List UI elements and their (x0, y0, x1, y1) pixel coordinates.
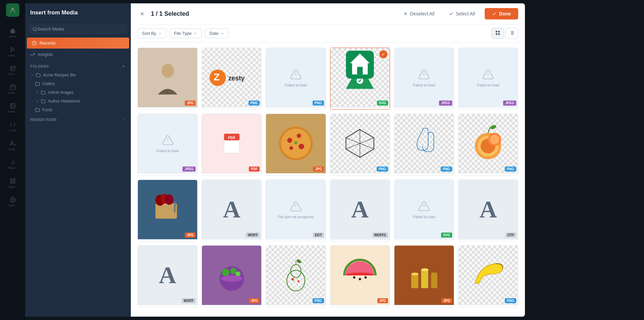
media-item[interactable]: A WOFF fontawesome-webfont.woff (202, 180, 262, 242)
media-filename: banana.png (459, 305, 518, 307)
svg-line-69 (346, 143, 360, 149)
media-thumbnail: Failed to load SVG (394, 180, 454, 239)
file-type-button[interactable]: File Type (170, 28, 202, 38)
warning-icon (418, 68, 430, 80)
svg-point-59 (297, 134, 301, 138)
folder-acme-recipes-bin[interactable]: Acme Recipes Bin (25, 71, 131, 79)
svg-line-67 (346, 138, 360, 144)
media-item[interactable]: ✓ SVG Green-Symbol-Logo.Hk7A0L_Ns.svg (330, 48, 390, 110)
gem-icon (343, 127, 377, 160)
list-view-button[interactable] (505, 28, 518, 39)
svg-point-90 (235, 271, 240, 276)
list-icon (509, 30, 515, 36)
fail-icon: Failed to load (477, 68, 499, 87)
date-button[interactable]: Date (205, 28, 228, 38)
modal-panel-title: Insert from Media (25, 3, 131, 20)
folder-icon (41, 99, 46, 104)
deselect-all-button[interactable]: Deselect All (398, 9, 439, 19)
media-badge: PDF (249, 167, 260, 172)
media-item[interactable]: File type not recognized EOT fontawesome… (266, 180, 326, 242)
svg-rect-82 (174, 202, 176, 212)
media-item[interactable]: A OTF FontAwesome.otf (458, 180, 518, 242)
svg-point-91 (221, 275, 243, 281)
media-item[interactable]: PNG banana.png (458, 245, 518, 307)
media-badge: SVG (377, 101, 388, 106)
media-badge: JPG (249, 298, 260, 303)
grapefruit-icon (470, 125, 506, 162)
media-item[interactable]: PNG drops.png (394, 114, 454, 176)
media-item[interactable]: PNG grapefruit.png (458, 114, 518, 176)
media-badge: JPG (185, 101, 196, 106)
warning-icon (162, 134, 174, 146)
media-item[interactable]: Failed to load PNG image_test.png (266, 48, 326, 110)
media-item[interactable]: JPG pizza.jpg (266, 114, 326, 176)
svg-point-92 (287, 270, 305, 291)
hidden-items-section[interactable]: HIDDEN ITEMS (25, 114, 131, 125)
media-item[interactable]: PNG Asset-1.png (330, 114, 390, 176)
media-grid: JPG person.jpg Z zesty PNG zesty-io-logo… (131, 43, 525, 312)
warning-icon (290, 68, 302, 80)
svg-text:zesty: zesty (228, 74, 245, 82)
media-filename: Green-Symbol-Logo.Hk7A0L_Ns.svg (330, 107, 390, 110)
media-item[interactable]: A WOFF2 fontawesome-webfont.woff2 (330, 180, 390, 242)
sort-by-button[interactable]: Sort By (138, 28, 166, 38)
media-badge: PNG (313, 101, 324, 106)
media-item[interactable]: Failed to load JPEG CJ.jpeg (394, 48, 454, 110)
pdf-file-icon: PDF (223, 133, 240, 154)
fail-icon: Failed to load (413, 68, 435, 87)
folder-gallery[interactable]: Gallery (25, 79, 131, 88)
media-filename: fontawesome-webfont.woff (202, 239, 261, 242)
media-item[interactable]: JPG chopping-board.jpg (138, 180, 198, 242)
nav-recents[interactable]: Recents (27, 38, 129, 49)
svg-point-104 (411, 272, 419, 275)
svg-rect-103 (431, 272, 437, 288)
media-toolbar: Sort By File Type Date (131, 24, 525, 43)
media-item[interactable]: JPG person.jpg (138, 48, 198, 110)
nav-insights[interactable]: Insights (25, 49, 131, 60)
folder-expand-icon (35, 99, 39, 103)
add-folder-icon[interactable] (121, 64, 126, 69)
media-thumbnail: JPG (330, 246, 390, 305)
media-item[interactable]: Failed to load JPEG CJ.r1IERIHNi.jpeg (458, 48, 518, 110)
media-filename: zesty-io-logo-horizontal--2-.png (202, 107, 261, 110)
media-badge: JPG (377, 298, 388, 303)
modal-search-box[interactable]: Search Media (29, 24, 127, 34)
svg-point-96 (291, 278, 294, 281)
media-item[interactable]: PDF PDF DPDPS-EndpointReference-30032... (202, 114, 262, 176)
media-filename: chopping-board.jpg (138, 239, 197, 242)
media-item[interactable]: JPG watermelon.jpg (330, 245, 390, 307)
folder-author-headshots[interactable]: Author Headshots (25, 97, 131, 106)
media-thumbnail: A WOFF (138, 246, 197, 305)
folder-article-images[interactable]: Article Images (25, 88, 131, 97)
media-item[interactable]: A WOFF font-file (138, 245, 198, 307)
media-badge: OTF (505, 233, 516, 238)
grid-view-button[interactable] (491, 28, 504, 39)
folder-icon (35, 108, 40, 112)
pdf-icon-container: PDF (223, 133, 240, 154)
media-badge: JPEG (439, 101, 452, 106)
banana-icon (470, 259, 506, 292)
media-item[interactable]: JPG drinks-table.jpg (394, 245, 454, 307)
media-item[interactable]: JPG smoothie-bowl.jpg (202, 245, 262, 307)
media-filename: Asset-1.png (330, 173, 390, 176)
done-button[interactable]: Done (485, 8, 518, 19)
media-item[interactable]: PNG pear-drawing.png (266, 245, 326, 307)
folder-fonts[interactable]: Fonts (25, 106, 131, 114)
svg-rect-27 (496, 31, 497, 33)
folder-icon (36, 73, 41, 77)
media-item[interactable]: Failed to load JPEG Hand.jpeg (138, 114, 198, 176)
media-badge: PNG (441, 167, 452, 172)
media-item[interactable]: Z zesty PNG zesty-io-logo-horizontal--2-… (202, 48, 262, 110)
media-item[interactable]: Failed to load SVG fontawesome-webfont.s… (394, 180, 454, 242)
media-thumbnail: Failed to load JPEG (138, 114, 197, 173)
close-button[interactable]: × (138, 9, 147, 19)
font-a-icon: A (351, 196, 369, 223)
warning-icon (482, 68, 494, 80)
svg-point-58 (287, 138, 292, 143)
modal-left-panel: Insert from Media Search Media Recents I… (25, 3, 131, 317)
folders-section-title: FOLDERS (25, 60, 131, 71)
svg-text:PDF: PDF (228, 136, 235, 140)
select-all-button[interactable]: Select All (444, 9, 480, 19)
check-done-icon (492, 11, 497, 16)
svg-point-99 (359, 278, 361, 280)
